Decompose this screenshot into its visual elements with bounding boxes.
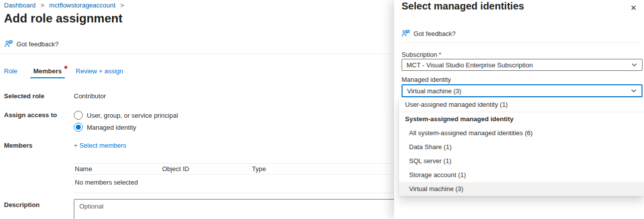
- assign-access-to-label: Assign access to: [4, 111, 57, 119]
- select-managed-identities-panel: Select managed identities ✕ Got feedback…: [394, 0, 644, 219]
- breadcrumb-separator: >: [40, 1, 44, 9]
- tab-members[interactable]: Members: [30, 67, 65, 78]
- breadcrumb-separator: >: [120, 1, 124, 9]
- add-role-assignment-page: Dashboard > mctflowstorageaccount > Add …: [0, 0, 394, 219]
- feedback-icon: [4, 40, 13, 48]
- feedback-icon: [402, 29, 410, 37]
- subscription-label-text: Subscription: [402, 51, 437, 58]
- panel-divider: [402, 42, 642, 43]
- column-header-type: Type: [252, 165, 394, 173]
- unsaved-changes-dot-icon: [64, 66, 67, 69]
- managed-identity-select[interactable]: Virtual machine (3): [402, 84, 643, 97]
- tab-members-label: Members: [33, 67, 62, 75]
- column-header-object-id: Object ID: [162, 165, 252, 173]
- chevron-down-icon: [631, 62, 638, 69]
- breadcrumb-storage-account[interactable]: mctflowstorageaccount: [49, 1, 115, 9]
- got-feedback-link[interactable]: Got feedback?: [4, 40, 59, 48]
- more-options-button[interactable]: ···: [114, 13, 123, 22]
- select-members-link[interactable]: + Select members: [74, 142, 126, 149]
- dropdown-option-storage-account[interactable]: Storage account (1): [399, 168, 644, 182]
- tab-role[interactable]: Role: [4, 67, 17, 78]
- subscription-label: Subscription*: [402, 51, 441, 58]
- column-header-name: Name: [74, 165, 162, 173]
- selected-role-value: Contributor: [74, 92, 106, 100]
- subscription-select-value: MCT - Visual Studio Enterprise Subscript…: [407, 61, 533, 69]
- selected-role-label: Selected role: [4, 92, 44, 100]
- required-marker: *: [439, 51, 441, 58]
- panel-title: Select managed identities: [402, 0, 524, 12]
- breadcrumb: Dashboard > mctflowstorageaccount >: [4, 1, 127, 9]
- managed-identity-dropdown-flyout: User-assigned managed identity (1) Syste…: [399, 98, 644, 196]
- tab-review-assign[interactable]: Review + assign: [76, 67, 123, 78]
- members-table: Name Object ID Type No members selected: [74, 163, 394, 193]
- radio-unchecked-icon: [74, 111, 83, 120]
- dropdown-group-header-system-assigned: System-assigned managed identity: [399, 112, 644, 126]
- dropdown-option-data-share[interactable]: Data Share (1): [399, 140, 644, 154]
- page-title: Add role assignment: [4, 11, 122, 25]
- panel-got-feedback-link[interactable]: Got feedback?: [402, 29, 456, 37]
- dropdown-option-virtual-machine[interactable]: Virtual machine (3): [399, 182, 644, 196]
- chevron-down-icon: [631, 88, 637, 95]
- description-label: Description: [4, 201, 40, 209]
- dropdown-option-all-system-assigned[interactable]: All system-assigned managed identities (…: [399, 126, 644, 140]
- members-table-header: Name Object ID Type: [74, 163, 394, 175]
- header-divider: [0, 53, 394, 54]
- members-label: Members: [4, 142, 32, 149]
- radio-user-group-service-principal[interactable]: User, group, or service principal: [74, 111, 178, 120]
- dropdown-option-user-assigned[interactable]: User-assigned managed identity (1): [399, 98, 644, 112]
- description-input[interactable]: [74, 199, 397, 219]
- close-icon[interactable]: ✕: [627, 1, 640, 14]
- subscription-select[interactable]: MCT - Visual Studio Enterprise Subscript…: [402, 59, 643, 71]
- managed-identity-select-value: Virtual machine (3): [407, 87, 461, 95]
- managed-identity-label: Managed identity: [402, 76, 451, 83]
- members-empty-row: No members selected: [74, 175, 394, 193]
- dropdown-option-sql-server[interactable]: SQL server (1): [399, 154, 644, 168]
- tab-bar: Role Members Review + assign: [4, 67, 123, 78]
- radio-checked-icon: [74, 123, 83, 132]
- radio-managed-identity[interactable]: Managed identity: [74, 123, 136, 132]
- got-feedback-label: Got feedback?: [16, 40, 59, 48]
- panel-got-feedback-label: Got feedback?: [414, 30, 456, 37]
- radio-user-group-label: User, group, or service principal: [87, 112, 178, 119]
- radio-managed-identity-label: Managed identity: [87, 124, 136, 131]
- breadcrumb-dashboard[interactable]: Dashboard: [4, 1, 36, 9]
